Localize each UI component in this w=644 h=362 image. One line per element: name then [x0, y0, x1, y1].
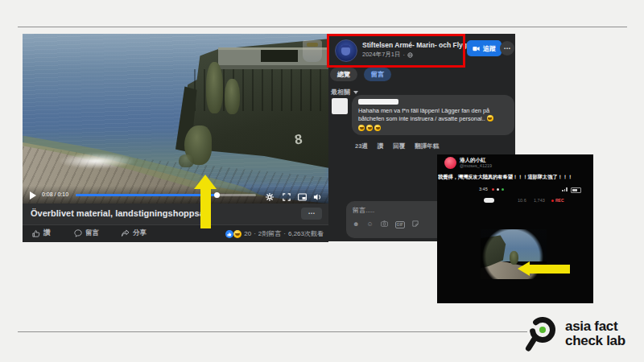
thumbs-up-reaction-icon: [225, 230, 233, 238]
top-divider: [18, 27, 627, 27]
comment-button[interactable]: 留言: [74, 228, 99, 238]
arrow-shaft: [530, 265, 570, 274]
arrow-head: [518, 261, 530, 276]
recorded-phone-status-bar: 3:45: [437, 187, 593, 193]
fact-check-composite: 8 0:08 / 0:10: [0, 0, 644, 362]
asia-fact-check-lab-logo: asia fact check lab: [523, 314, 625, 354]
camera-icon[interactable]: [381, 220, 388, 228]
recording-info-row: 10.6 1,743 REC: [437, 197, 593, 204]
magnifier-icon: [523, 314, 559, 354]
annotation-arrow-left: [518, 261, 570, 276]
commenter-name-redacted: [358, 99, 398, 105]
video-camera-icon: [473, 46, 480, 51]
settings-gear-icon[interactable]: [266, 190, 274, 204]
logo-line-1: asia fact: [565, 319, 625, 334]
share-label: 分享: [133, 228, 147, 238]
sweat-smile-emoji-icon: [487, 115, 493, 121]
rofl-emoji-icon: [358, 125, 365, 131]
post-action-bar: 讚 留言 分享 20 · 2則留言: [23, 224, 328, 242]
logo-wordmark: asia fact check lab: [565, 319, 625, 349]
like-button[interactable]: 讚: [32, 228, 51, 238]
view-count: 6,263次觀看: [288, 229, 324, 238]
rec-label: REC: [555, 198, 564, 203]
avatar-sticker-icon[interactable]: ☻: [353, 221, 359, 228]
like-label: 讚: [43, 228, 51, 238]
rec-badge: REC: [551, 198, 564, 203]
header-more-button[interactable]: …: [500, 41, 514, 56]
rec-dot-icon: [551, 200, 554, 202]
video-title-bar: Överblivet material, landstigningshoppsa…: [23, 204, 328, 224]
comment-sort-dropdown[interactable]: 最相關: [331, 88, 358, 97]
comment-translate-link[interactable]: 翻譯年糕: [415, 142, 439, 150]
status-dot-green: [502, 188, 504, 191]
gif-icon[interactable]: GIF: [395, 221, 405, 228]
x-post-avatar: [444, 157, 456, 169]
separator: ·: [283, 230, 286, 237]
haha-reaction-icon: [233, 230, 242, 238]
comment-emoji-row: [358, 125, 508, 131]
comment-reply-link[interactable]: 回覆: [393, 142, 405, 150]
soldier-figure: [206, 62, 223, 113]
white-pill-icon: [484, 198, 494, 203]
follow-button[interactable]: 追蹤: [467, 40, 502, 56]
annotation-arrow-up: [194, 175, 217, 228]
play-icon[interactable]: [30, 191, 36, 200]
share-arrow-icon: [121, 229, 130, 237]
rofl-emoji-icon: [374, 125, 381, 131]
bottom-divider: [18, 331, 527, 332]
volume-icon[interactable]: [313, 190, 322, 204]
progress-bar[interactable]: [76, 194, 256, 196]
comment-label: 留言: [85, 228, 99, 238]
laugh-emoji-icon: [366, 125, 373, 131]
video-controls-bar: 0:08 / 0:10: [23, 186, 328, 204]
boat-windshield: [261, 50, 298, 62]
comment-bubble: Hahaha men va f*n fäll läppen! Lägger fa…: [352, 95, 514, 135]
armed-forces-watermark: [303, 40, 322, 62]
comment-meta-row: 23週 讚 回覆 翻譯年糕: [355, 142, 439, 150]
sticker-icon[interactable]: [412, 220, 419, 228]
sort-label: 最相關: [331, 88, 350, 97]
video-title: Överblivet material, landstigningshoppsa…: [31, 208, 210, 218]
thumbs-up-icon: [32, 229, 40, 237]
comment-age: 23週: [355, 142, 368, 150]
status-dot-red: [492, 188, 494, 191]
arrow-head: [194, 175, 217, 189]
reaction-count: 20: [244, 230, 251, 237]
comment-like-link[interactable]: 讚: [378, 142, 384, 150]
status-time: 3:45: [479, 187, 488, 191]
tab-comments[interactable]: 留言: [364, 68, 391, 81]
chevron-down-icon: [353, 91, 358, 94]
tab-overview[interactable]: 總覽: [330, 68, 357, 81]
composer-placeholder: 留言.....: [353, 206, 448, 215]
x-post-handle: @moses_41219: [460, 163, 492, 168]
share-button[interactable]: 分享: [121, 228, 147, 238]
arrow-shaft: [200, 189, 211, 228]
stat-value: 10.6: [518, 198, 526, 203]
soldier-figure: [225, 79, 240, 114]
comment-count[interactable]: 2則留言: [258, 229, 281, 238]
emoji-icon[interactable]: ☺: [366, 221, 373, 228]
x-post-caption: 我覺得，灣灣反攻大陸真的有希望！！！這部隊太強了！！！: [438, 174, 593, 181]
battery-icon: [571, 187, 581, 193]
comment-bubble-icon: [74, 229, 82, 237]
signal-bars-icon: [562, 187, 568, 191]
video-time: 0:08 / 0:10: [42, 191, 68, 197]
stat-value: 1,743: [534, 198, 545, 203]
post-stats: 20 · 2則留言 · 6,263次觀看: [225, 229, 324, 238]
video-post-column: 8 0:08 / 0:10: [23, 34, 328, 241]
picture-in-picture-icon[interactable]: [298, 190, 307, 204]
soldier-figure: [179, 154, 194, 167]
composer-icon-row: ☻ ☺ GIF: [353, 220, 448, 228]
red-annotation-box: [327, 34, 465, 68]
video-player[interactable]: 8 0:08 / 0:10: [23, 34, 328, 204]
commenter-avatar-redacted: [332, 98, 348, 114]
comment-text: Hahaha men va f*n fäll läppen! Lägger fa…: [358, 107, 508, 123]
logo-line-2: check lab: [565, 334, 625, 348]
video-more-button[interactable]: …: [301, 208, 322, 220]
wave-foam: [58, 153, 135, 169]
status-dot-white: [497, 188, 499, 191]
fullscreen-icon[interactable]: [283, 190, 291, 204]
separator: ·: [254, 230, 256, 237]
follow-label: 追蹤: [483, 44, 496, 53]
x-post-screenshot: 港人的小紅 @moses_41219 我覺得，灣灣反攻大陸真的有希望！！！這部隊…: [437, 154, 593, 303]
